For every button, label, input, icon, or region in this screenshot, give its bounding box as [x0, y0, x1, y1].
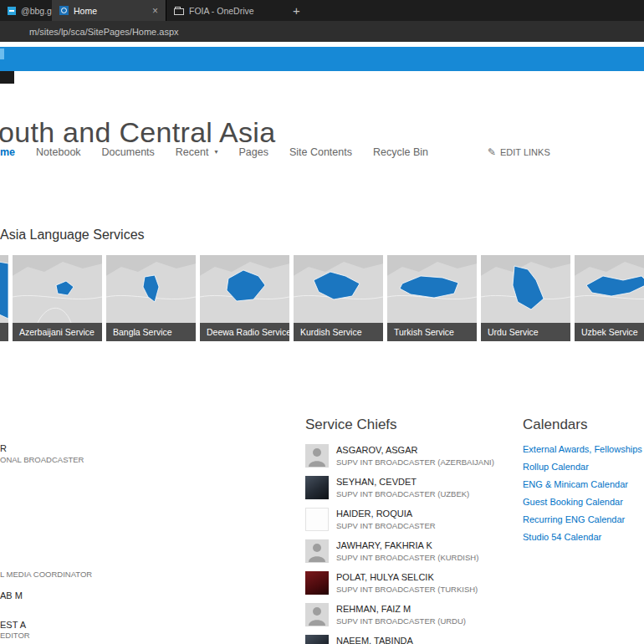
person-name: JAWHARY, FAKHRIA K: [336, 539, 478, 550]
calendars-title: Calendars: [523, 417, 644, 433]
avatar: [305, 635, 329, 644]
tile-bangla[interactable]: Bangla Service: [106, 255, 196, 341]
chevron-down-icon: ▾: [214, 148, 217, 156]
section-title: Asia Language Services: [0, 227, 145, 243]
ribbon-stub: [0, 71, 14, 84]
tile-caption: [0, 323, 8, 341]
nav-item-label: Recent: [176, 146, 209, 158]
avatar: [305, 571, 329, 595]
map-thumbnail: [13, 255, 102, 323]
language-service-tiles: Azerbaijani Service Bangla Service: [0, 255, 644, 341]
avatar: [305, 603, 329, 626]
list-item: HAIDER, ROQUIA SUPV INT BROADCASTER: [305, 508, 531, 531]
url-text: m/sites/lp/sca/SitePages/Home.aspx: [29, 27, 179, 37]
left-list-fragment: EST A: [0, 620, 26, 630]
tile-turkish[interactable]: Turkish Service: [387, 255, 477, 341]
person-title: SUPV INT BROADCASTER (TURKISH): [336, 585, 478, 594]
app-launcher-icon[interactable]: [0, 49, 4, 59]
tile-partial-left[interactable]: [0, 255, 8, 341]
tab-label: @bbg.gov: [21, 6, 52, 16]
tile-caption: Uzbek Service: [575, 323, 644, 341]
person-name: POLAT, HULYA SELCIK: [336, 571, 478, 582]
tile-caption: Bangla Service: [106, 323, 196, 341]
map-thumbnail: [575, 255, 644, 323]
left-list-fragment: L MEDIA COORDINATOR: [0, 570, 92, 579]
tile-azerbaijani[interactable]: Azerbaijani Service: [13, 255, 102, 341]
avatar: [305, 508, 329, 531]
person-name: SEYHAN, CEVDET: [336, 476, 469, 487]
mail-favicon-icon: [8, 7, 16, 15]
top-navigation: me Notebook Documents Recent▾ Pages Site…: [0, 146, 550, 158]
calendars-webpart: Calendars External Awards, Fellowships &…: [523, 417, 644, 549]
browser-tab-mail[interactable]: @bbg.gov: [0, 0, 52, 21]
calendar-link-eng-minicam[interactable]: ENG & Minicam Calendar: [523, 479, 644, 489]
browser-tab-home[interactable]: Home ×: [52, 0, 166, 21]
map-thumbnail: [387, 255, 477, 323]
tile-caption: Azerbaijani Service: [13, 323, 102, 341]
browser-tab-onedrive[interactable]: FOIA - OneDrive: [166, 0, 284, 21]
address-bar[interactable]: m/sites/lp/sca/SitePages/Home.aspx: [0, 21, 644, 42]
new-tab-button[interactable]: +: [284, 0, 309, 21]
nav-item-pages[interactable]: Pages: [238, 146, 268, 158]
person-name: ASGAROV, ASGAR: [336, 444, 494, 455]
left-list-fragment: AB M: [0, 590, 23, 601]
folder-icon: [174, 8, 184, 15]
map-thumbnail: [200, 255, 289, 323]
calendar-link-studio-54[interactable]: Studio 54 Calendar: [523, 532, 644, 542]
list-item: ASGAROV, ASGAR SUPV INT BROADCASTER (AZE…: [305, 444, 531, 468]
map-thumbnail: [481, 255, 570, 323]
tile-caption: Deewa Radio Service: [200, 323, 289, 341]
person-title: SUPV INT BROADCASTER (KURDISH): [336, 553, 478, 562]
person-title: SUPV INT BROADCASTER (URDU): [336, 616, 466, 626]
tile-urdu[interactable]: Urdu Service: [481, 255, 570, 341]
left-list-fragment: ONAL BROADCASTER: [0, 455, 84, 464]
nav-item-notebook[interactable]: Notebook: [36, 146, 81, 158]
map-thumbnail: [294, 255, 383, 323]
service-chiefs-webpart: Service Chiefs ASGAROV, ASGAR SUPV INT B…: [305, 417, 531, 644]
person-name: REHMAN, FAIZ M: [336, 603, 466, 614]
close-icon[interactable]: ×: [152, 5, 158, 17]
tile-uzbek[interactable]: Uzbek Service: [575, 255, 644, 341]
left-list-fragment: R: [0, 443, 7, 453]
tile-caption: Turkish Service: [387, 323, 477, 341]
tab-label: Home: [74, 6, 97, 16]
pencil-icon: ✎: [488, 146, 496, 158]
page: @bbg.gov Home × FOIA - OneDrive + m/site…: [0, 0, 644, 644]
calendar-link-rollup[interactable]: Rollup Calendar: [523, 462, 644, 472]
page-title: outh and Central Asia: [0, 116, 275, 149]
person-title: SUPV INT BROADCASTER: [336, 521, 436, 530]
list-item: JAWHARY, FAKHRIA K SUPV INT BROADCASTER …: [305, 539, 531, 563]
avatar: [305, 444, 329, 468]
browser-tab-bar: @bbg.gov Home × FOIA - OneDrive +: [0, 0, 644, 21]
calendar-link-guest-booking[interactable]: Guest Booking Calendar: [523, 497, 644, 507]
nav-item-documents[interactable]: Documents: [102, 146, 155, 158]
edit-links-button[interactable]: ✎ EDIT LINKS: [488, 146, 550, 158]
person-name: NAEEM, TABINDA: [336, 635, 413, 644]
person-title: SUPV INT BROADCASTER (UZBEK): [336, 489, 469, 498]
nav-item-site-contents[interactable]: Site Contents: [289, 146, 352, 158]
map-thumbnail: [106, 255, 196, 323]
nav-item-recycle-bin[interactable]: Recycle Bin: [373, 146, 428, 158]
calendar-link-external-awards[interactable]: External Awards, Fellowships & Memb: [523, 444, 644, 454]
edit-links-label: EDIT LINKS: [500, 147, 550, 157]
nav-item-home[interactable]: me: [0, 146, 15, 158]
tile-caption: Kurdish Service: [294, 323, 383, 341]
list-item: REHMAN, FAIZ M SUPV INT BROADCASTER (URD…: [305, 603, 531, 626]
nav-item-recent[interactable]: Recent▾: [176, 146, 218, 158]
tile-kurdish[interactable]: Kurdish Service: [294, 255, 383, 341]
calendar-link-recurring-eng[interactable]: Recurring ENG Calendar: [523, 514, 644, 524]
list-item: POLAT, HULYA SELCIK SUPV INT BROADCASTER…: [305, 571, 531, 595]
service-chiefs-title: Service Chiefs: [305, 417, 531, 433]
list-item: NAEEM, TABINDA: [305, 635, 531, 644]
tab-label: FOIA - OneDrive: [189, 6, 254, 16]
person-title: SUPV INT BROADCASTER (AZERBAIJANI): [336, 457, 494, 467]
map-thumbnail: [0, 255, 8, 323]
tile-caption: Urdu Service: [481, 323, 570, 341]
avatar: [305, 476, 329, 499]
tile-deewa[interactable]: Deewa Radio Service: [200, 255, 289, 341]
sharepoint-favicon-icon: [59, 6, 69, 15]
list-item: SEYHAN, CEVDET SUPV INT BROADCASTER (UZB…: [305, 476, 531, 499]
avatar: [305, 539, 329, 563]
suite-bar: [0, 47, 644, 71]
left-list-fragment: EDITOR: [0, 631, 30, 640]
